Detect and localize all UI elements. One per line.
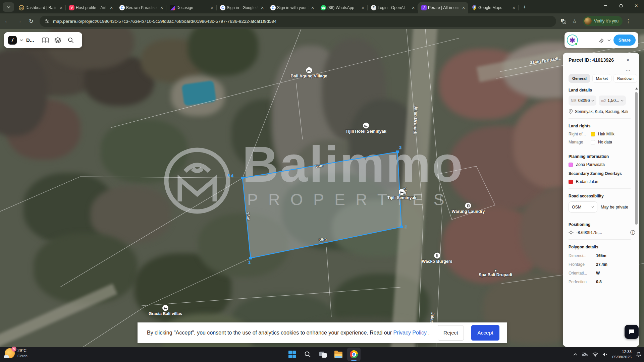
tab-perare-active[interactable]: / Perare | All-in-one ✕ (418, 2, 468, 13)
polygon-vertex[interactable] (241, 177, 244, 179)
tab-close-icon[interactable]: ✕ (461, 5, 466, 10)
bookmark-star-icon[interactable]: ☆ (570, 17, 579, 25)
polygon-detail-row: Orientati... W (569, 271, 631, 276)
forward-button[interactable]: → (14, 16, 24, 26)
weather-badge: 5 (11, 347, 16, 352)
tab-rundown[interactable]: Rundown (613, 74, 637, 83)
tab-close-icon[interactable]: ✕ (360, 5, 366, 10)
start-button[interactable] (285, 348, 299, 361)
board-icon[interactable] (42, 37, 49, 44)
scroll-up-icon[interactable] (635, 87, 638, 89)
vertex-number-label: 1 (248, 260, 251, 265)
tab-market[interactable]: Market (592, 74, 611, 83)
chat-widget-button[interactable] (625, 325, 639, 339)
close-window-button[interactable]: ✕ (629, 0, 644, 11)
taskbar-search-button[interactable] (301, 348, 314, 361)
panel-title: Parcel ID: 41013926 (569, 57, 614, 63)
scrollbar-thumb[interactable] (635, 92, 638, 225)
tab-openai-login[interactable]: * Login - OpenAI ✕ (368, 2, 418, 13)
tab-general[interactable]: General (569, 74, 590, 83)
verify-profile-button[interactable]: Verify it's you (583, 16, 623, 26)
map-toolbar: / D... (4, 32, 82, 48)
restaurant-icon (434, 253, 440, 259)
tab-title: Login - OpenAI (378, 5, 409, 10)
chat-bubble-icon (628, 329, 635, 335)
maximize-button[interactable] (613, 0, 629, 11)
perare-logo-icon[interactable]: / (8, 36, 17, 45)
secondary-zoning-heading: Secondary Zoning Overlays (569, 171, 631, 176)
road-source-select[interactable]: OSM (569, 201, 597, 213)
tray-expand-button[interactable] (573, 353, 577, 356)
tab-berawa-paradise[interactable]: G Berawa Paradise V ✕ (116, 2, 166, 13)
browser-menu-button[interactable]: ⋮ (625, 18, 631, 24)
weather-widget[interactable]: 5 29°C Cerah (5, 348, 28, 358)
tab-whatsapp[interactable]: ☎ (86) WhatsApp ✕ (317, 2, 368, 13)
section-road-accessibility: Road accessibility (569, 194, 631, 198)
minimize-button[interactable] (598, 0, 613, 11)
onedrive-tray-button[interactable] (582, 352, 588, 357)
tab-close-icon[interactable]: ✕ (511, 5, 517, 10)
hotel-icon (306, 67, 312, 73)
share-button[interactable]: Share (613, 35, 636, 46)
chevron-down-icon[interactable] (607, 39, 611, 41)
task-view-icon (319, 352, 327, 358)
section-positioning: Positioning (569, 222, 631, 227)
chevron-down-icon[interactable] (20, 39, 23, 41)
layers-icon[interactable] (54, 37, 61, 44)
task-view-button[interactable] (316, 348, 330, 361)
reload-button[interactable]: ↻ (26, 16, 36, 26)
tab-close-icon[interactable]: ✕ (58, 5, 64, 10)
whatsapp-favicon-icon: ☎ (321, 5, 326, 10)
panel-more-button[interactable]: ... (569, 67, 631, 71)
volume-muted-tray-button[interactable] (602, 352, 608, 357)
taskbar-clock[interactable]: 12:33 05/08/2025 (612, 349, 632, 360)
chrome-taskbar-button[interactable] (347, 348, 361, 361)
tab-airbnb-host[interactable]: ∀ Host profile – Airb ✕ (66, 2, 116, 13)
polygon-vertex[interactable] (249, 257, 252, 259)
color-swatch (591, 132, 595, 136)
tab-title: Perare | All-in-one (428, 5, 460, 10)
tab-dashboard[interactable]: M Dashboard | Balim ✕ (15, 2, 66, 13)
accept-cookies-button[interactable]: Accept (471, 325, 499, 341)
notifications-button[interactable]: z (636, 352, 641, 357)
file-explorer-button[interactable] (332, 348, 345, 361)
wifi-tray-button[interactable] (592, 352, 598, 357)
reject-cookies-button[interactable]: Reject (438, 325, 464, 341)
translate-icon[interactable]: 文A (559, 17, 568, 25)
coordinates: -8.6909175,... (576, 230, 628, 235)
svg-text:A: A (564, 21, 565, 24)
area-select[interactable]: m2 1,50... (599, 96, 626, 106)
folder-icon (334, 352, 342, 358)
tab-close-icon[interactable]: ✕ (159, 5, 164, 10)
search-icon[interactable] (67, 37, 74, 44)
privacy-policy-link[interactable]: Privacy Policy (393, 330, 427, 336)
tab-close-icon[interactable]: ✕ (260, 5, 265, 10)
overlay-row: Badan Jalan (569, 179, 631, 184)
road-note: May be private (601, 205, 628, 209)
polygon-vertex[interactable] (396, 150, 399, 153)
tab-close-icon[interactable]: ✕ (310, 5, 315, 10)
tab-google-signin[interactable]: G Sign in - Google A ✕ (217, 2, 267, 13)
tab-title: Dashboard | Balim (25, 5, 57, 10)
scribble-tool-icon[interactable] (598, 37, 605, 44)
hotel-icon (162, 305, 168, 311)
panel-scrollbar[interactable] (635, 87, 638, 361)
tab-search-button[interactable] (3, 2, 14, 12)
polygon-vertex[interactable] (400, 226, 403, 228)
place-dot-icon (494, 269, 497, 272)
tab-docusign[interactable]: Docusign ✕ (166, 2, 217, 13)
tab-close-icon[interactable]: ✕ (109, 5, 114, 10)
nib-select[interactable]: NIB 03096 (569, 96, 596, 106)
address-bar[interactable]: map.perare.io/project/0198643c-57c3-763e… (40, 16, 556, 27)
tab-close-icon[interactable]: ✕ (411, 5, 416, 10)
new-tab-button[interactable]: + (520, 2, 529, 12)
project-name[interactable]: D... (26, 37, 34, 43)
panel-close-button[interactable]: ✕ (625, 58, 631, 63)
back-button[interactable]: ← (2, 16, 12, 26)
tab-google-account[interactable]: G Sign in with your G ✕ (267, 2, 317, 13)
tab-google-maps[interactable]: Google Maps ✕ (468, 2, 519, 13)
user-avatar[interactable]: ✱ (567, 35, 578, 46)
map-canvas[interactable]: Balimmo PROPERTIES 56m 28m 55m 26m 5 4 3… (0, 29, 644, 347)
site-info-icon[interactable] (44, 18, 50, 24)
tab-close-icon[interactable]: ✕ (209, 5, 215, 10)
